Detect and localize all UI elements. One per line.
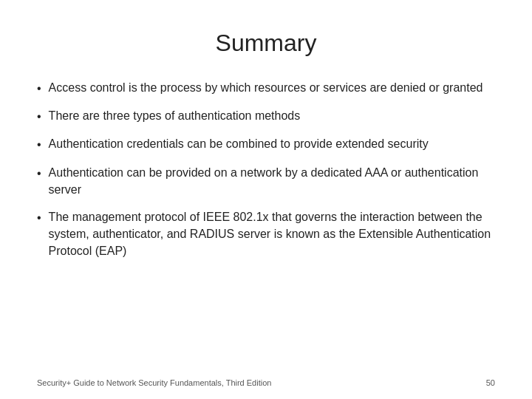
- bullet-symbol: •: [37, 108, 41, 125]
- bullet-text-5: The management protocol of IEEE 802.1x t…: [49, 208, 495, 260]
- bullet-symbol: •: [37, 80, 41, 97]
- bullet-symbol: •: [37, 209, 41, 226]
- footer-left-text: Security+ Guide to Network Security Fund…: [37, 378, 271, 387]
- list-item: • Access control is the process by which…: [37, 79, 495, 97]
- bullet-text-4: Authentication can be provided on a netw…: [49, 164, 495, 198]
- list-item: • Authentication credentials can be comb…: [37, 135, 495, 153]
- slide-container: Summary • Access control is the process …: [0, 0, 532, 399]
- bullet-text-2: There are three types of authentication …: [49, 107, 301, 124]
- bullet-text-3: Authentication credentials can be combin…: [49, 135, 429, 152]
- list-item: • The management protocol of IEEE 802.1x…: [37, 208, 495, 260]
- footer-page-number: 50: [486, 378, 495, 387]
- bullet-symbol: •: [37, 136, 41, 153]
- bullet-symbol: •: [37, 165, 41, 182]
- bullet-text-1: Access control is the process by which r…: [49, 79, 483, 96]
- bullet-list: • Access control is the process by which…: [37, 79, 495, 377]
- slide-title: Summary: [37, 30, 495, 57]
- list-item: • Authentication can be provided on a ne…: [37, 164, 495, 198]
- list-item: • There are three types of authenticatio…: [37, 107, 495, 125]
- slide-footer: Security+ Guide to Network Security Fund…: [37, 378, 495, 387]
